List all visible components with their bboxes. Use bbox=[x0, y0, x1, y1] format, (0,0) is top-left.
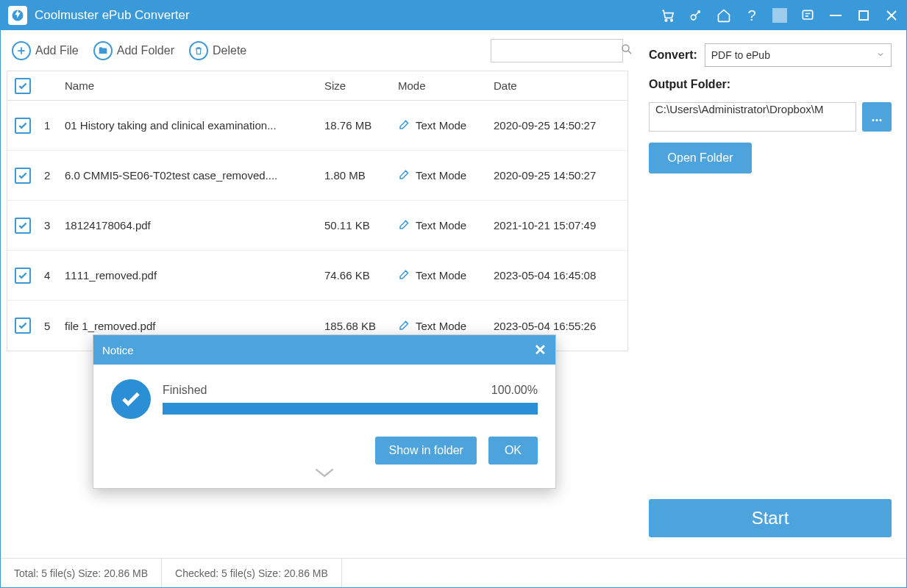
row-mode: Text Mode bbox=[416, 119, 466, 132]
table-header: Name Size Mode Date bbox=[7, 71, 627, 101]
row-size: 50.11 KB bbox=[319, 219, 392, 232]
row-date: 2023-05-04 16:45:08 bbox=[488, 269, 627, 282]
row-checkbox[interactable] bbox=[15, 218, 31, 234]
row-name: 18124178064.pdf bbox=[59, 219, 319, 232]
row-mode: Text Mode bbox=[416, 320, 466, 332]
success-icon bbox=[111, 379, 151, 419]
add-file-button[interactable]: Add File bbox=[12, 41, 79, 60]
row-date: 2021-10-21 15:07:49 bbox=[488, 219, 627, 232]
table-row[interactable]: 2 6.0 CMMI5-SE06-T02test case_removed...… bbox=[7, 151, 627, 201]
row-index: 4 bbox=[38, 269, 59, 282]
output-folder-label: Output Folder: bbox=[649, 78, 892, 91]
col-date[interactable]: Date bbox=[488, 79, 627, 92]
row-mode: Text Mode bbox=[416, 269, 466, 282]
col-mode[interactable]: Mode bbox=[392, 79, 488, 92]
table-row[interactable]: 1 01 History taking and clinical examina… bbox=[7, 101, 627, 151]
row-name: 6.0 CMMI5-SE06-T02test case_removed.... bbox=[59, 169, 319, 182]
feedback-icon[interactable] bbox=[800, 8, 815, 23]
add-file-icon bbox=[12, 41, 31, 60]
row-date: 2023-05-04 16:55:26 bbox=[488, 320, 627, 332]
notice-dialog: Notice ✕ Finished 100.00% S bbox=[93, 334, 556, 489]
table-row[interactable]: 3 18124178064.pdf 50.11 KB Text Mode 202… bbox=[7, 201, 627, 251]
dialog-title: Notice bbox=[102, 344, 134, 356]
show-in-folder-button[interactable]: Show in folder bbox=[375, 437, 476, 465]
minimize-button[interactable] bbox=[828, 8, 843, 23]
help-icon[interactable]: ? bbox=[744, 8, 759, 23]
row-size: 185.68 KB bbox=[319, 320, 392, 332]
add-folder-icon bbox=[93, 41, 113, 60]
delete-label: Delete bbox=[213, 44, 246, 57]
file-table: Name Size Mode Date 1 01 History taking … bbox=[7, 71, 628, 351]
dialog-close-icon[interactable]: ✕ bbox=[534, 341, 547, 359]
row-checkbox[interactable] bbox=[15, 268, 31, 284]
ok-button[interactable]: OK bbox=[488, 437, 538, 465]
status-checked: Checked: 5 file(s) Size: 20.86 MB bbox=[162, 559, 342, 587]
col-size[interactable]: Size bbox=[319, 79, 392, 92]
search-icon[interactable] bbox=[620, 43, 633, 59]
select-all-checkbox[interactable] bbox=[15, 78, 31, 94]
row-mode: Text Mode bbox=[416, 219, 466, 232]
home-icon[interactable] bbox=[716, 8, 731, 23]
convert-label: Convert: bbox=[649, 49, 697, 62]
svg-point-1 bbox=[671, 19, 673, 21]
delete-icon bbox=[189, 41, 208, 60]
open-folder-button[interactable]: Open Folder bbox=[649, 143, 752, 173]
svg-rect-5 bbox=[859, 11, 868, 20]
row-date: 2020-09-25 14:50:27 bbox=[488, 119, 627, 132]
row-name: file 1_removed.pdf bbox=[59, 320, 319, 332]
chevron-down-icon bbox=[876, 49, 885, 61]
output-path-field[interactable]: C:\Users\Administrator\Dropbox\M bbox=[649, 102, 856, 132]
start-button[interactable]: Start bbox=[649, 499, 892, 537]
maximize-button[interactable] bbox=[856, 8, 871, 23]
status-bar: Total: 5 file(s) Size: 20.86 MB Checked:… bbox=[1, 558, 906, 587]
col-name[interactable]: Name bbox=[59, 79, 319, 92]
row-index: 1 bbox=[38, 119, 59, 132]
row-checkbox[interactable] bbox=[15, 318, 31, 334]
add-folder-button[interactable]: Add Folder bbox=[93, 41, 174, 60]
svg-point-0 bbox=[665, 19, 667, 21]
edit-mode-icon[interactable] bbox=[398, 168, 411, 183]
app-title: Coolmuster ePub Converter bbox=[35, 8, 661, 23]
progress-fill bbox=[163, 403, 538, 415]
progress-status: Finished bbox=[163, 384, 207, 397]
edit-mode-icon[interactable] bbox=[398, 318, 411, 334]
progress-bar bbox=[163, 403, 538, 415]
row-size: 74.66 KB bbox=[319, 269, 392, 282]
row-date: 2020-09-25 14:50:27 bbox=[488, 169, 627, 182]
row-name: 01 History taking and clinical examinati… bbox=[59, 119, 319, 132]
edit-mode-icon[interactable] bbox=[398, 118, 411, 133]
toolbar: Add File Add Folder Delete bbox=[1, 30, 634, 71]
search-box[interactable] bbox=[491, 39, 623, 62]
separator bbox=[772, 8, 787, 23]
close-button[interactable] bbox=[884, 8, 899, 23]
row-index: 3 bbox=[38, 219, 59, 232]
edit-mode-icon[interactable] bbox=[398, 268, 411, 283]
convert-select[interactable]: PDF to ePub bbox=[705, 43, 892, 67]
row-name: 1111_removed.pdf bbox=[59, 269, 319, 282]
svg-rect-3 bbox=[803, 10, 812, 19]
row-checkbox[interactable] bbox=[15, 168, 31, 184]
row-checkbox[interactable] bbox=[15, 118, 31, 134]
row-size: 1.80 MB bbox=[319, 169, 392, 182]
edit-mode-icon[interactable] bbox=[398, 218, 411, 233]
row-mode: Text Mode bbox=[416, 169, 466, 182]
svg-rect-4 bbox=[830, 15, 842, 16]
search-input[interactable] bbox=[496, 45, 620, 56]
add-folder-label: Add Folder bbox=[117, 44, 174, 57]
app-icon bbox=[8, 6, 27, 25]
delete-button[interactable]: Delete bbox=[189, 41, 246, 60]
cart-icon[interactable] bbox=[661, 8, 675, 23]
add-file-label: Add File bbox=[35, 44, 79, 57]
row-index: 5 bbox=[38, 320, 59, 332]
expand-chevron-icon[interactable] bbox=[111, 467, 538, 478]
progress-percent: 100.00% bbox=[491, 384, 538, 397]
svg-point-6 bbox=[622, 45, 629, 51]
table-row[interactable]: 4 1111_removed.pdf 74.66 KB Text Mode 20… bbox=[7, 251, 627, 301]
status-total: Total: 5 file(s) Size: 20.86 MB bbox=[1, 559, 162, 587]
svg-point-2 bbox=[691, 15, 696, 20]
key-icon[interactable] bbox=[689, 8, 703, 23]
browse-button[interactable]: ... bbox=[862, 102, 892, 132]
titlebar: Coolmuster ePub Converter ? bbox=[1, 1, 906, 30]
convert-value: PDF to ePub bbox=[711, 49, 770, 61]
row-index: 2 bbox=[38, 169, 59, 182]
